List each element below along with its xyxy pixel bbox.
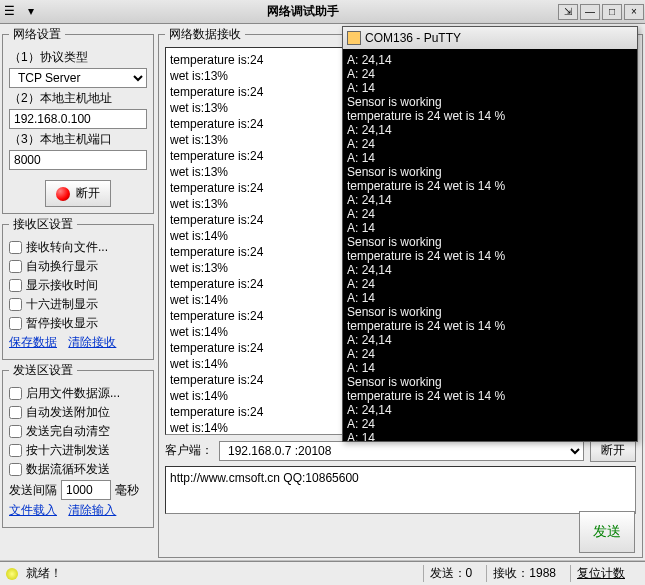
chk-auto-suffix[interactable]: 自动发送附加位 — [9, 404, 147, 421]
interval-input[interactable] — [61, 480, 111, 500]
statusbar: 就绪！ 发送：0 接收：1988 复位计数 — [0, 561, 645, 585]
terminal-line: A: 24,14 — [347, 263, 633, 277]
terminal-line: A: 24 — [347, 137, 633, 151]
putty-title-text: COM136 - PuTTY — [365, 31, 461, 45]
terminal-line: temperature is 24 wet is 14 % — [347, 179, 633, 193]
terminal-line: temperature is 24 wet is 14 % — [347, 319, 633, 333]
terminal-line: A: 14 — [347, 431, 633, 441]
port-input[interactable] — [9, 150, 147, 170]
recv-data-legend: 网络数据接收 — [165, 26, 245, 43]
chk-hex[interactable]: 十六进制显示 — [9, 296, 147, 313]
terminal-line: A: 14 — [347, 361, 633, 375]
terminal-line: A: 24 — [347, 347, 633, 361]
terminal-line: Sensor is working — [347, 375, 633, 389]
interval-label: 发送间隔 — [9, 482, 57, 499]
putty-icon — [347, 31, 361, 45]
app-menu-icon[interactable]: ☰ — [4, 4, 20, 20]
client-select[interactable]: 192.168.0.7 :20108 — [219, 441, 584, 461]
status-bulb-icon — [6, 568, 18, 580]
terminal-line: A: 24 — [347, 277, 633, 291]
terminal-line: A: 24 — [347, 207, 633, 221]
file-load-link[interactable]: 文件载入 — [9, 503, 57, 517]
clear-input-link[interactable]: 清除输入 — [68, 503, 116, 517]
terminal-line: A: 24,14 — [347, 333, 633, 347]
chk-hex-send[interactable]: 按十六进制发送 — [9, 442, 147, 459]
dropdown-icon[interactable]: ▾ — [28, 4, 44, 20]
terminal-line: temperature is 24 wet is 14 % — [347, 389, 633, 403]
send-button[interactable]: 发送 — [579, 511, 635, 553]
terminal-line: Sensor is working — [347, 165, 633, 179]
send-textarea[interactable]: http://www.cmsoft.cn QQ:10865600 — [165, 466, 636, 514]
host-label: （2）本地主机地址 — [9, 90, 147, 107]
chk-autowrap[interactable]: 自动换行显示 — [9, 258, 147, 275]
pin-button[interactable]: ⇲ — [558, 4, 578, 20]
interval-unit: 毫秒 — [115, 482, 139, 499]
send-legend: 发送区设置 — [9, 362, 77, 379]
terminal-line: A: 24,14 — [347, 123, 633, 137]
terminal-line: A: 14 — [347, 81, 633, 95]
terminal-line: A: 24 — [347, 417, 633, 431]
terminal-line: Sensor is working — [347, 305, 633, 319]
putty-window[interactable]: COM136 - PuTTY A: 24,14A: 24A: 14Sensor … — [342, 26, 638, 442]
protocol-label: （1）协议类型 — [9, 49, 147, 66]
network-settings: 网络设置 （1）协议类型 TCP Server （2）本地主机地址 （3）本地主… — [2, 26, 154, 214]
host-input[interactable] — [9, 109, 147, 129]
reset-count-link[interactable]: 复位计数 — [570, 565, 631, 582]
send-settings: 发送区设置 启用文件数据源... 自动发送附加位 发送完自动清空 按十六进制发送… — [2, 362, 154, 528]
recv-settings: 接收区设置 接收转向文件... 自动换行显示 显示接收时间 十六进制显示 暂停接… — [2, 216, 154, 360]
client-label: 客户端： — [165, 442, 213, 459]
maximize-button[interactable]: □ — [602, 4, 622, 20]
terminal-line: Sensor is working — [347, 235, 633, 249]
record-icon — [56, 187, 70, 201]
putty-titlebar[interactable]: COM136 - PuTTY — [343, 27, 637, 49]
clear-recv-link[interactable]: 清除接收 — [68, 335, 116, 349]
terminal-line: A: 24,14 — [347, 193, 633, 207]
terminal-line: temperature is 24 wet is 14 % — [347, 249, 633, 263]
terminal-line: temperature is 24 wet is 14 % — [347, 109, 633, 123]
putty-terminal[interactable]: A: 24,14A: 24A: 14Sensor is workingtempe… — [343, 49, 637, 441]
net-legend: 网络设置 — [9, 26, 65, 43]
close-button[interactable]: × — [624, 4, 644, 20]
chk-pause[interactable]: 暂停接收显示 — [9, 315, 147, 332]
terminal-line: A: 24,14 — [347, 403, 633, 417]
chk-auto-clear[interactable]: 发送完自动清空 — [9, 423, 147, 440]
protocol-select[interactable]: TCP Server — [9, 68, 147, 88]
titlebar: ☰ ▾ 网络调试助手 ⇲ — □ × — [0, 0, 645, 24]
terminal-line: A: 14 — [347, 151, 633, 165]
terminal-line: A: 14 — [347, 291, 633, 305]
chk-file-src[interactable]: 启用文件数据源... — [9, 385, 147, 402]
save-data-link[interactable]: 保存数据 — [9, 335, 57, 349]
disconnect-button[interactable]: 断开 — [45, 180, 111, 207]
chk-showtime[interactable]: 显示接收时间 — [9, 277, 147, 294]
terminal-line: A: 24 — [347, 67, 633, 81]
recv-legend: 接收区设置 — [9, 216, 77, 233]
terminal-line: A: 24,14 — [347, 53, 633, 67]
client-disconnect-button[interactable]: 断开 — [590, 439, 636, 462]
chk-redirect[interactable]: 接收转向文件... — [9, 239, 147, 256]
terminal-line: A: 14 — [347, 221, 633, 235]
window-title: 网络调试助手 — [48, 3, 557, 20]
minimize-button[interactable]: — — [580, 4, 600, 20]
chk-loop-send[interactable]: 数据流循环发送 — [9, 461, 147, 478]
port-label: （3）本地主机端口 — [9, 131, 147, 148]
terminal-line: Sensor is working — [347, 95, 633, 109]
status-ready: 就绪！ — [26, 565, 62, 582]
